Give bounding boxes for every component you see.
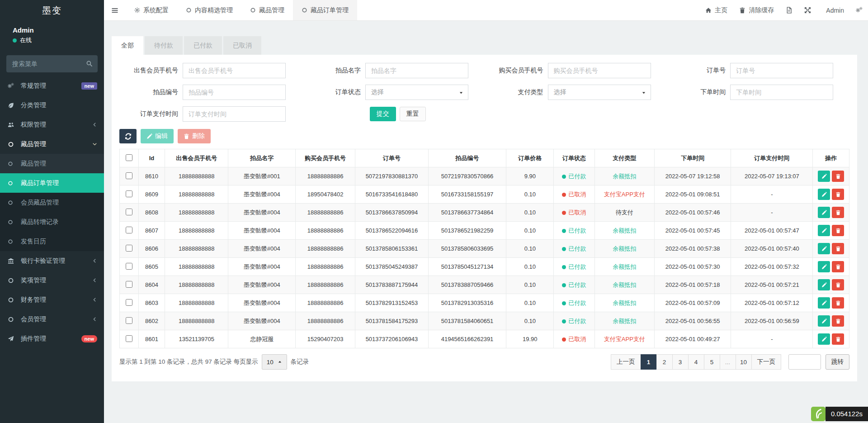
cell-item-no: 5013783887059466: [428, 276, 506, 294]
navbar-tab-系统配置[interactable]: 系统配置: [126, 0, 177, 20]
filter-input-购买会员手机号[interactable]: [548, 63, 651, 78]
jump-button[interactable]: 跳转: [826, 354, 849, 370]
row-edit-button[interactable]: [818, 297, 830, 309]
navbar-tab-藏品管理[interactable]: 藏品管理: [241, 0, 293, 20]
sidebar-item-分类管理[interactable]: 分类管理: [0, 95, 104, 115]
sidebar-item-奖项管理[interactable]: 奖项管理: [0, 271, 104, 290]
row-edit-button[interactable]: [818, 225, 830, 236]
filter-input-订单号[interactable]: [730, 63, 833, 78]
edit-button[interactable]: 编辑: [141, 129, 174, 143]
sidebar-item-银行卡验证管理[interactable]: 银行卡验证管理: [0, 251, 104, 271]
cell-item-no: 5072197830570866: [428, 167, 506, 185]
sidebar-item-会员管理[interactable]: 会员管理: [0, 309, 104, 329]
row-checkbox[interactable]: [126, 190, 132, 197]
file-icon[interactable]: [786, 7, 793, 14]
sidebar-subitem-藏品转增记录[interactable]: 藏品转增记录: [0, 212, 104, 232]
page-size-dropdown[interactable]: 10: [262, 354, 287, 370]
tab-全部[interactable]: 全部: [112, 36, 143, 55]
filter-input-下单时间[interactable]: [730, 85, 833, 100]
menu-search-input[interactable]: [6, 55, 98, 72]
column-header-订单支付时间: 订单支付时间: [731, 149, 813, 167]
row-edit-button[interactable]: [818, 279, 830, 290]
filter-input-出售会员手机号[interactable]: [183, 63, 286, 78]
row-checkbox[interactable]: [126, 209, 132, 215]
row-checkbox[interactable]: [126, 227, 132, 233]
clear-cache-link[interactable]: 清除缓存: [739, 6, 774, 14]
page-button-2[interactable]: 2: [656, 354, 673, 370]
row-delete-button[interactable]: [832, 171, 844, 182]
sidebar-item-财务管理[interactable]: 财务管理: [0, 290, 104, 309]
sidebar-subitem-藏品管理[interactable]: 藏品管理: [0, 154, 104, 173]
row-delete-button[interactable]: [832, 243, 844, 254]
row-checkbox[interactable]: [126, 335, 132, 342]
sidebar-item-藏品管理[interactable]: 藏品管理: [0, 134, 104, 154]
hamburger-icon[interactable]: [104, 0, 126, 20]
row-checkbox[interactable]: [126, 317, 132, 324]
row-delete-button[interactable]: [832, 315, 844, 327]
row-edit-button[interactable]: [818, 333, 830, 345]
sidebar-subitem-发售日历[interactable]: 发售日历: [0, 232, 104, 251]
row-checkbox[interactable]: [126, 281, 132, 288]
prev-page-button[interactable]: 上一页: [611, 354, 641, 370]
users-icon: [8, 122, 19, 128]
row-delete-button[interactable]: [832, 189, 844, 200]
search-icon[interactable]: [86, 60, 93, 67]
sidebar-item-常规管理[interactable]: 常规管理new: [0, 76, 104, 95]
submit-button[interactable]: 提交: [370, 107, 396, 121]
select-all-checkbox[interactable]: [126, 154, 132, 161]
navbar-user[interactable]: Admin: [823, 7, 844, 14]
thinkphp-logo-icon[interactable]: [811, 407, 826, 421]
filter-input-订单支付时间[interactable]: [183, 106, 286, 122]
row-delete-button[interactable]: [832, 279, 844, 290]
row-checkbox[interactable]: [126, 245, 132, 252]
home-link[interactable]: 主页: [705, 6, 727, 14]
delete-button[interactable]: 删除: [178, 129, 211, 143]
page-button-4[interactable]: 4: [688, 354, 704, 370]
sidebar-item-权限管理[interactable]: 权限管理: [0, 115, 104, 134]
tab-待付款[interactable]: 待付款: [145, 36, 183, 55]
tab-已付款[interactable]: 已付款: [184, 36, 222, 55]
next-page-button[interactable]: 下一页: [751, 354, 782, 370]
navbar-tab-藏品订单管理[interactable]: 藏品订单管理: [293, 0, 357, 20]
page-button-10[interactable]: 10: [736, 354, 752, 370]
page-button-3[interactable]: 3: [672, 354, 689, 370]
sidebar-item-插件管理[interactable]: 插件管理new: [0, 329, 104, 348]
filter-input-拍品编号[interactable]: [183, 85, 286, 100]
row-delete-button[interactable]: [832, 333, 844, 345]
row-delete-button[interactable]: [832, 225, 844, 236]
row-checkbox[interactable]: [126, 172, 132, 179]
row-checkbox[interactable]: [126, 263, 132, 270]
row-edit-button[interactable]: [818, 189, 830, 200]
expand-icon[interactable]: [804, 7, 811, 14]
sidebar-item-label: 常规管理: [21, 82, 81, 90]
sidebar-subitem-会员藏品管理[interactable]: 会员藏品管理: [0, 193, 104, 212]
row-checkbox[interactable]: [126, 299, 132, 306]
row-delete-button[interactable]: [832, 297, 844, 309]
row-edit-button[interactable]: [818, 207, 830, 218]
navbar-tab-内容精选管理[interactable]: 内容精选管理: [177, 0, 241, 20]
trash-icon: [739, 7, 745, 14]
filter-input-拍品名字[interactable]: [365, 63, 468, 78]
row-edit-button[interactable]: [818, 315, 830, 327]
refresh-button[interactable]: [119, 129, 137, 143]
jump-page-input[interactable]: [788, 354, 821, 370]
user-name: Admin: [13, 26, 34, 34]
row-delete-button[interactable]: [832, 207, 844, 218]
page-button-5[interactable]: 5: [704, 354, 720, 370]
row-edit-button[interactable]: [818, 261, 830, 272]
row-edit-button[interactable]: [818, 171, 830, 182]
filter-select-支付类型[interactable]: 选择: [548, 85, 651, 100]
page-button-1[interactable]: 1: [641, 354, 657, 370]
row-edit-button[interactable]: [818, 243, 830, 254]
filter-select-订单状态[interactable]: 选择: [365, 85, 468, 100]
app-logo[interactable]: 墨变: [0, 0, 104, 21]
column-header-订单状态: 订单状态: [554, 149, 594, 167]
cell-pay-type: 余额抵扣: [594, 258, 654, 276]
cell-price: 0.10: [506, 222, 554, 240]
sidebar-subitem-藏品订单管理[interactable]: 藏品订单管理: [0, 173, 104, 193]
row-delete-button[interactable]: [832, 261, 844, 272]
settings-cogs-icon[interactable]: [856, 7, 863, 14]
reset-button[interactable]: 重置: [400, 107, 426, 121]
page-ellipsis: ...: [720, 354, 736, 370]
tab-已取消[interactable]: 已取消: [223, 36, 261, 55]
